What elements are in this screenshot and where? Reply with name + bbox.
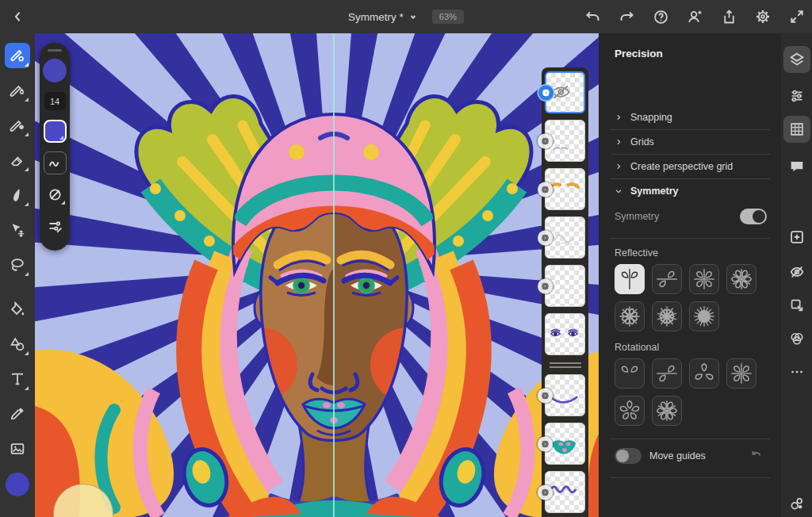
fullscreen-button[interactable] <box>788 8 806 25</box>
tool-lasso[interactable] <box>5 252 30 278</box>
section-symmetry[interactable]: Symmetry <box>615 182 765 200</box>
move-guides-toggle[interactable] <box>615 448 642 464</box>
reflective-option-mirror-2-axis[interactable] <box>689 264 719 294</box>
section-snapping[interactable]: Snapping <box>615 109 765 126</box>
back-button[interactable] <box>8 6 29 27</box>
layer-lips[interactable] <box>545 423 585 465</box>
reflective-option-mirror-5-axis[interactable] <box>652 301 682 331</box>
reflective-option-mirror-vertical[interactable] <box>615 264 645 294</box>
section-label: Create perspective grid <box>630 161 733 172</box>
chevron-down-icon <box>615 187 622 195</box>
layer-eyes[interactable] <box>545 313 585 355</box>
layer-options-badge[interactable] <box>538 484 553 500</box>
rotational-option-rotate-3[interactable] <box>689 358 719 389</box>
layer-options-badge[interactable] <box>538 436 553 451</box>
rail-precision-button[interactable] <box>783 116 810 143</box>
reflective-option-mirror-3-axis[interactable] <box>726 264 756 294</box>
layer-eyes-preview <box>546 314 584 354</box>
brush-size-value[interactable]: 14 <box>44 92 66 110</box>
undo-icon <box>584 9 601 25</box>
tool-fill[interactable] <box>5 297 30 322</box>
rotational-option-rotate-6[interactable] <box>652 396 682 426</box>
help-button[interactable] <box>652 8 669 25</box>
document-title-menu[interactable]: Symmetry * <box>348 11 418 23</box>
rail-add-layer-button[interactable] <box>783 224 810 251</box>
smoothing-button[interactable] <box>44 151 67 174</box>
symmetry-toggle[interactable] <box>740 209 767 224</box>
tool-shapes[interactable] <box>5 331 30 357</box>
fill-icon <box>9 301 26 318</box>
eraser-icon <box>9 151 26 169</box>
layer-options-badge[interactable] <box>538 278 553 293</box>
brush-color-swatch[interactable] <box>44 120 67 143</box>
reset-icon <box>749 449 764 463</box>
top-bar: Symmetry * 63% <box>0 0 812 33</box>
rail-more-button[interactable] <box>783 358 810 385</box>
rail-adjustments-button[interactable] <box>783 82 810 109</box>
layer-options-badge[interactable] <box>538 85 553 100</box>
rail-color-mix-button[interactable] <box>783 325 810 352</box>
reflective-option-mirror-4-axis[interactable] <box>615 301 645 331</box>
layer-options-badge[interactable] <box>538 133 553 148</box>
layer-chin-line[interactable] <box>545 374 585 416</box>
reflective-option-mirror-horizontal[interactable] <box>652 264 682 294</box>
reflective-label: Reflective <box>615 247 658 258</box>
rail-touch-shortcut-button[interactable] <box>783 490 810 517</box>
chevron-right-icon <box>615 138 622 146</box>
section-perspective-grid[interactable]: Create perspective grid <box>615 158 765 175</box>
reflective-option-mirror-8-axis[interactable] <box>689 301 719 331</box>
more-icon <box>788 363 806 381</box>
rotational-option-rotate-4[interactable] <box>726 358 756 389</box>
flow-pressure-button[interactable] <box>44 183 67 206</box>
redo-button[interactable] <box>618 8 635 25</box>
color-picker-swatch[interactable] <box>6 473 29 496</box>
drawing-canvas[interactable] <box>35 33 599 517</box>
layer-lashes[interactable] <box>545 120 585 162</box>
rail-transform-button[interactable] <box>783 292 810 319</box>
tool-text[interactable] <box>5 366 30 392</box>
symmetry-guide-line[interactable] <box>333 33 335 517</box>
divider <box>610 178 770 179</box>
rail-layers-button[interactable] <box>783 46 810 73</box>
tool-place-image[interactable] <box>5 436 30 461</box>
section-grids[interactable]: Grids <box>615 133 765 151</box>
drag-handle[interactable] <box>48 49 62 52</box>
zoom-level-badge[interactable]: 63% <box>432 10 464 24</box>
tool-eraser[interactable] <box>5 147 30 173</box>
layer-sketch[interactable] <box>545 216 585 258</box>
invite-button[interactable] <box>686 8 703 25</box>
rail-comment-button[interactable] <box>783 152 810 179</box>
layer-faint[interactable] <box>545 265 585 307</box>
hide-icon <box>788 263 806 281</box>
layer-hidden[interactable] <box>545 71 585 113</box>
reset-guides-button[interactable] <box>749 449 764 463</box>
undo-button[interactable] <box>584 8 601 25</box>
layer-options-badge[interactable] <box>538 230 553 245</box>
taskbar-rail <box>781 33 812 517</box>
tool-pixel-brush[interactable] <box>5 43 30 68</box>
share-button[interactable] <box>720 8 737 25</box>
rail-hide-button[interactable] <box>783 258 810 285</box>
layer-hair-line[interactable] <box>545 471 585 513</box>
divider <box>610 129 770 130</box>
divider <box>610 477 770 478</box>
share-icon <box>721 9 737 25</box>
rotational-option-rotate-2-diagonal[interactable] <box>652 358 682 389</box>
reflective-options-row-1 <box>615 264 756 294</box>
brush-size-preview[interactable] <box>43 59 67 82</box>
gear-icon <box>541 439 550 448</box>
settings-button[interactable] <box>754 8 772 25</box>
tool-smudge[interactable] <box>5 182 30 208</box>
tool-eyedropper[interactable] <box>5 401 30 427</box>
tool-vector-brush[interactable] <box>5 113 30 138</box>
brush-settings-button[interactable] <box>44 215 67 238</box>
layer-eyebrows[interactable] <box>545 168 585 210</box>
layers-icon <box>788 51 806 68</box>
rotational-option-rotate-5[interactable] <box>615 396 645 426</box>
layer-options-badge[interactable] <box>538 182 553 197</box>
rotational-option-rotate-2[interactable] <box>615 358 645 389</box>
tool-move[interactable] <box>5 217 30 243</box>
layer-options-badge[interactable] <box>538 388 553 403</box>
tool-live-brush[interactable] <box>5 78 30 103</box>
rotational-options-row-1 <box>615 358 756 389</box>
